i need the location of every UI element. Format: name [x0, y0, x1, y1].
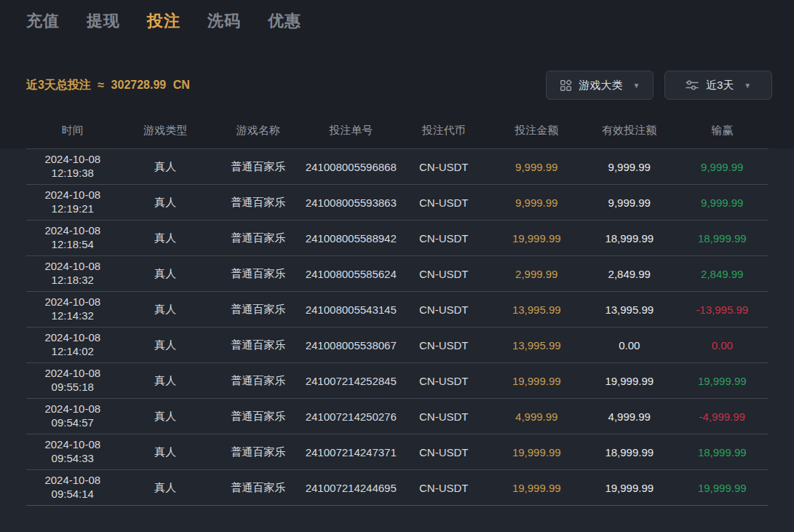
cell-bet-token: CN-USDT	[397, 375, 491, 387]
table-header-row: 时间 游戏类型 游戏名称 投注单号 投注代币 投注金额 有效投注额 输赢	[26, 113, 769, 148]
cell-bet-number: 241008005593863	[305, 196, 398, 209]
cell-valid-amount: 19,999.99	[583, 375, 676, 387]
cell-valid-amount: 2,849.99	[583, 268, 676, 280]
cell-game-type: 真人	[119, 303, 213, 317]
cell-valid-amount: 18,999.99	[583, 446, 676, 458]
tab-投注[interactable]: 投注	[147, 10, 180, 32]
date-range-dropdown[interactable]: 近3天 ▼	[664, 71, 772, 100]
bet-date: 2024-10-08	[26, 260, 119, 274]
cell-win-loss: 0.00	[676, 339, 769, 352]
cell-bet-token: CN-USDT	[397, 410, 491, 423]
cell-game-name: 普通百家乐	[212, 338, 305, 352]
cell-bet-number: 241007214252845	[305, 375, 398, 387]
summary-label: 近3天总投注	[26, 79, 91, 91]
date-range-label: 近3天	[706, 79, 734, 92]
cell-win-loss: 19,999.99	[676, 482, 769, 494]
cell-game-name: 普通百家乐	[212, 267, 305, 281]
cell-bet-number: 241007214244695	[305, 482, 398, 494]
bet-date: 2024-10-08	[26, 367, 119, 381]
cell-valid-amount: 4,999.99	[583, 410, 676, 423]
bet-time: 12:14:32	[26, 309, 119, 323]
bet-date: 2024-10-08	[26, 224, 119, 238]
cell-game-type: 真人	[119, 410, 213, 424]
cell-game-name: 普通百家乐	[212, 196, 305, 210]
bet-date: 2024-10-08	[26, 295, 119, 309]
cell-time: 2024-10-08 12:14:02	[26, 331, 119, 359]
table-row: 2024-10-08 09:55:18 真人 普通百家乐 24100721425…	[26, 362, 769, 398]
category-grid-icon	[560, 79, 572, 92]
table-row: 2024-10-08 12:14:32 真人 普通百家乐 24100800554…	[26, 291, 769, 327]
cell-win-loss: 18,999.99	[676, 232, 769, 245]
cell-bet-amount: 2,999.99	[491, 268, 584, 280]
cell-time: 2024-10-08 09:55:18	[26, 367, 119, 394]
cell-time: 2024-10-08 12:18:54	[26, 224, 119, 252]
cell-game-name: 普通百家乐	[212, 410, 305, 424]
cell-game-type: 真人	[119, 231, 213, 245]
header-bet-token: 投注代币	[397, 124, 491, 138]
cell-win-loss: 18,999.99	[676, 446, 769, 458]
bet-date: 2024-10-08	[26, 188, 119, 202]
cell-win-loss: 9,999.99	[676, 161, 769, 173]
cell-bet-number: 241008005543145	[305, 303, 398, 316]
cell-valid-amount: 9,999.99	[583, 161, 676, 173]
total-bet-summary: 近3天总投注 ≈ 302728.99 CN	[26, 78, 190, 93]
header-bet-number: 投注单号	[305, 124, 398, 138]
game-category-dropdown[interactable]: 游戏大类 ▼	[546, 71, 654, 100]
cell-bet-token: CN-USDT	[397, 268, 491, 280]
chevron-down-icon: ▼	[744, 82, 751, 90]
cell-bet-amount: 9,999.99	[491, 196, 584, 209]
bet-history-table: 时间 游戏类型 游戏名称 投注单号 投注代币 投注金额 有效投注额 输赢 202…	[26, 113, 769, 506]
bet-date: 2024-10-08	[26, 331, 119, 345]
bet-time: 12:18:32	[26, 274, 119, 287]
table-row: 2024-10-08 09:54:57 真人 普通百家乐 24100721425…	[26, 398, 769, 434]
tab-充值[interactable]: 充值	[26, 10, 60, 32]
cell-game-name: 普通百家乐	[212, 303, 305, 317]
table-row: 2024-10-08 12:19:21 真人 普通百家乐 24100800559…	[26, 184, 769, 220]
cell-bet-amount: 9,999.99	[491, 161, 584, 173]
cell-bet-token: CN-USDT	[397, 196, 491, 209]
cell-win-loss: -4,999.99	[676, 410, 769, 423]
cell-win-loss: 19,999.99	[676, 375, 769, 387]
table-row: 2024-10-08 12:14:02 真人 普通百家乐 24100800553…	[26, 327, 769, 362]
sliders-icon	[686, 79, 699, 91]
cell-bet-amount: 19,999.99	[491, 446, 584, 458]
cell-bet-amount: 13,995.99	[491, 303, 584, 316]
cell-valid-amount: 19,999.99	[583, 482, 676, 494]
cell-bet-amount: 19,999.99	[491, 482, 584, 494]
top-nav: 充值提现投注洗码优惠	[0, 0, 794, 32]
cell-time: 2024-10-08 09:54:33	[26, 438, 119, 466]
cell-valid-amount: 13,995.99	[583, 303, 676, 316]
header-time: 时间	[26, 124, 119, 138]
cell-bet-number: 241007214247371	[305, 446, 398, 458]
cell-bet-token: CN-USDT	[397, 161, 491, 173]
tab-优惠[interactable]: 优惠	[268, 10, 301, 32]
cell-game-type: 真人	[119, 481, 213, 495]
cell-bet-amount: 4,999.99	[491, 410, 584, 423]
cell-valid-amount: 9,999.99	[583, 196, 676, 209]
cell-win-loss: 2,849.99	[676, 268, 769, 280]
table-row: 2024-10-08 12:18:32 真人 普通百家乐 24100800558…	[26, 255, 769, 291]
bet-date: 2024-10-08	[26, 402, 119, 416]
header-valid-amount: 有效投注额	[583, 124, 676, 138]
table-row: 2024-10-08 12:19:38 真人 普通百家乐 24100800559…	[26, 148, 769, 184]
cell-valid-amount: 18,999.99	[583, 232, 676, 245]
cell-bet-number: 241008005585624	[305, 268, 398, 280]
cell-time: 2024-10-08 12:18:32	[26, 260, 119, 287]
cell-time: 2024-10-08 12:19:21	[26, 188, 119, 216]
bet-time: 12:18:54	[26, 238, 119, 252]
tab-提现[interactable]: 提现	[87, 10, 120, 32]
cell-game-type: 真人	[119, 374, 213, 388]
cell-bet-amount: 13,995.99	[491, 339, 584, 352]
cell-game-name: 普通百家乐	[212, 445, 305, 459]
toolbar: 近3天总投注 ≈ 302728.99 CN 游戏大类 ▼	[26, 71, 772, 100]
cell-bet-number: 241008005588942	[305, 232, 398, 245]
game-category-label: 游戏大类	[579, 79, 623, 92]
cell-bet-amount: 19,999.99	[491, 375, 584, 387]
cell-bet-amount: 19,999.99	[491, 232, 584, 245]
header-win-loss: 输赢	[676, 124, 769, 138]
cell-bet-token: CN-USDT	[397, 482, 491, 494]
summary-approx-sign: ≈	[98, 79, 104, 91]
tab-洗码[interactable]: 洗码	[207, 10, 241, 32]
cell-game-name: 普通百家乐	[212, 231, 305, 245]
cell-time: 2024-10-08 12:14:32	[26, 295, 119, 323]
